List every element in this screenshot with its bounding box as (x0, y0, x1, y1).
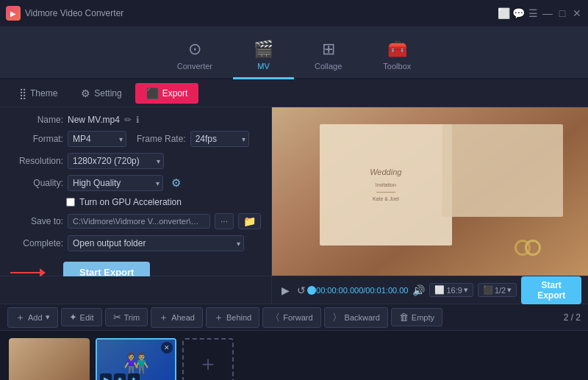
empty-label: Empty (412, 313, 434, 322)
trim-icon: ✂ (113, 312, 121, 323)
frame-rate-label: Frame Rate: (137, 134, 186, 144)
preview-image: Wedding Invitation Kate & Joel (272, 107, 588, 276)
window-controls[interactable]: ⬜ 💬 ☰ — □ ✕ (498, 8, 582, 18)
maximize-button[interactable]: □ (557, 8, 567, 18)
gpu-checkbox[interactable] (66, 198, 75, 207)
add-icon: ＋ (15, 311, 25, 324)
main-area: Name: New MV.mp4 ✏ ℹ Format: MP4 MKV AVI… (0, 107, 588, 276)
tab-collage[interactable]: ⊞ Collage (294, 34, 362, 78)
edit-icon: ✦ (69, 312, 77, 323)
converter-icon: ⊙ (188, 40, 201, 59)
empty-button[interactable]: 🗑 Empty (391, 308, 442, 326)
timeline-clip-2[interactable]: 👫 ✕ ▶ ★ ✦ (96, 338, 176, 381)
minimize-button[interactable]: — (542, 8, 553, 18)
complete-row: Complete: Open output folder Do nothing … (10, 235, 261, 251)
sub-nav: ⣿ Theme ⚙ Setting ⬛ Export (0, 79, 588, 107)
resolution-row: Resolution: 1280x720 (720p) 1920x1080 (1… (10, 153, 261, 169)
play-button[interactable]: ▶ (279, 282, 291, 298)
converter-label: Converter (177, 62, 212, 71)
behind-icon: ＋ (214, 311, 223, 324)
aspect-ratio-chevron: ▾ (464, 285, 468, 295)
quality-label: Quality: (10, 178, 63, 188)
minimize-icon[interactable]: ⬜ (498, 8, 509, 18)
export-button[interactable]: ⬛ Export (135, 83, 199, 104)
folder-button[interactable]: 📁 (238, 213, 261, 229)
clip-2-icons: ▶ ★ ✦ (100, 373, 140, 381)
clip-cut-icon: ✦ (128, 373, 140, 381)
ahead-label: Ahead (171, 313, 195, 322)
toolbox-icon: 🧰 (387, 40, 407, 59)
forward-button[interactable]: 〈 Forward (262, 307, 320, 328)
forward-label: Forward (283, 313, 312, 322)
quality-player-chevron: ▾ (507, 285, 512, 295)
time-display: 00:00:00.000/00:01:00.00 (316, 286, 408, 295)
player-right: ▶ ↺ 00:00:00.000/00:01:00.00 🔊 ⬜ 16:9 ▾ … (272, 276, 588, 304)
close-button[interactable]: ✕ (572, 8, 582, 18)
edit-button[interactable]: ✦ Edit (61, 308, 102, 326)
tab-mv[interactable]: 🎬 MV (233, 34, 294, 78)
resolution-select[interactable]: 1280x720 (720p) 1920x1080 (1080p) 3840x2… (68, 153, 164, 169)
toolbox-label: Toolbox (383, 62, 411, 71)
mv-icon: 🎬 (254, 40, 273, 59)
replay-button[interactable]: ↺ (295, 282, 307, 298)
export-icon: ⬛ (146, 87, 159, 99)
export-label: Export (162, 88, 188, 98)
chat-icon[interactable]: 💬 (513, 8, 523, 18)
add-chevron: ▾ (46, 312, 50, 322)
add-clip-button[interactable]: ＋ (182, 338, 234, 381)
quality-select[interactable]: High Quality Medium Quality Low Quality (68, 175, 163, 191)
trim-label: Trim (124, 313, 140, 322)
aspect-ratio-icon: ⬜ (434, 285, 445, 295)
ahead-icon: ＋ (159, 311, 168, 324)
quality-player-value: 1/2 (495, 286, 506, 295)
add-button[interactable]: ＋ Add ▾ (7, 307, 58, 328)
frame-rate-select[interactable]: 24fps 30fps 60fps (190, 131, 249, 147)
complete-label: Complete: (10, 238, 63, 248)
forward-icon: 〈 (270, 311, 280, 324)
title-bar-left: ▶ Vidmore Video Converter (6, 6, 123, 21)
info-icon[interactable]: ℹ (136, 115, 140, 125)
aspect-ratio-button[interactable]: ⬜ 16:9 ▾ (429, 283, 473, 297)
theme-button[interactable]: ⣿ Theme (9, 84, 68, 103)
ahead-button[interactable]: ＋ Ahead (151, 307, 203, 328)
theme-icon: ⣿ (19, 87, 26, 99)
quality-player-button[interactable]: ⬛ 1/2 ▾ (478, 283, 517, 297)
tab-toolbox[interactable]: 🧰 Toolbox (362, 34, 431, 78)
trim-button[interactable]: ✂ Trim (105, 308, 148, 326)
preview-panel: Wedding Invitation Kate & Joel (272, 107, 588, 276)
format-select[interactable]: MP4 MKV AVI (68, 131, 126, 147)
wedding-card-left: Wedding Invitation Kate & Joel (320, 124, 453, 245)
main-nav: ⊙ Converter 🎬 MV ⊞ Collage 🧰 Toolbox (0, 26, 588, 79)
time-current: 00:00:00.000 (316, 286, 363, 295)
quality-settings-button[interactable]: ⚙ (168, 175, 184, 191)
player-left (0, 276, 272, 304)
collage-icon: ⊞ (322, 40, 335, 59)
arrow-head (40, 268, 46, 277)
behind-button[interactable]: ＋ Behind (206, 307, 259, 328)
timeline: 👫 ✕ ▶ ★ ✦ ＋ (0, 330, 588, 380)
edit-icon[interactable]: ✏ (124, 115, 132, 125)
backward-button[interactable]: 〉 Backward (324, 307, 388, 328)
timeline-clip-1[interactable] (9, 338, 90, 381)
player-controls-bar: ▶ ↺ 00:00:00.000/00:01:00.00 🔊 ⬜ 16:9 ▾ … (0, 276, 588, 304)
tab-converter[interactable]: ⊙ Converter (157, 34, 233, 78)
collage-label: Collage (315, 62, 342, 71)
arrow-line (10, 272, 40, 273)
title-bar: ▶ Vidmore Video Converter ⬜ 💬 ☰ — □ ✕ (0, 0, 588, 26)
complete-select[interactable]: Open output folder Do nothing Shut down (68, 235, 244, 251)
browse-button[interactable]: ··· (215, 213, 234, 229)
name-value: New MV.mp4 (68, 115, 120, 125)
theme-label: Theme (30, 88, 57, 98)
volume-icon[interactable]: 🔊 (412, 284, 425, 296)
start-export-right-button[interactable]: Start Export (521, 276, 581, 304)
empty-icon: 🗑 (399, 312, 409, 323)
setting-button[interactable]: ⚙ Setting (71, 84, 132, 103)
progress-dot (307, 286, 316, 295)
bottom-toolbar: ＋ Add ▾ ✦ Edit ✂ Trim ＋ Ahead ＋ Behind 〈… (0, 304, 588, 330)
quality-player-icon: ⬛ (483, 285, 493, 295)
setting-label: Setting (94, 88, 121, 98)
menu-icon[interactable]: ☰ (528, 8, 538, 18)
rings-decoration (514, 240, 541, 256)
app-title: Vidmore Video Converter (25, 8, 123, 18)
clip-2-delete-button[interactable]: ✕ (161, 342, 173, 354)
